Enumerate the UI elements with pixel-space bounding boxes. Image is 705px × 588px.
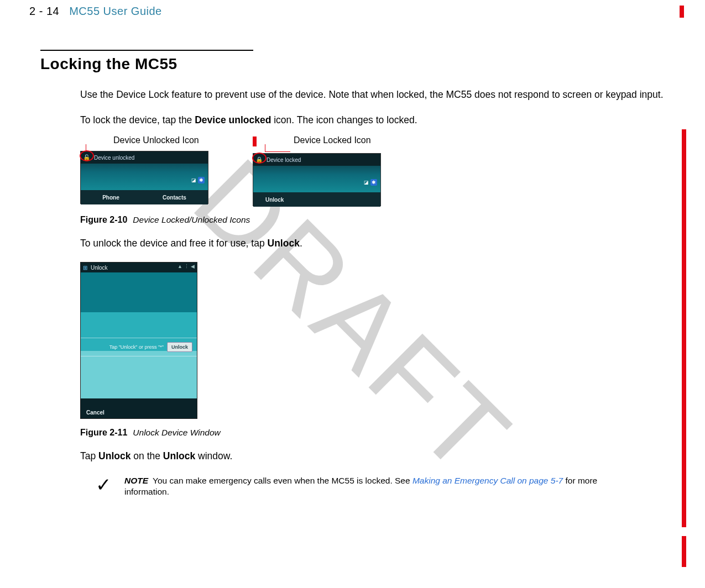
change-bar-icon <box>682 536 686 567</box>
paragraph: To unlock the device and free it for use… <box>80 237 676 250</box>
checkmark-icon: ✓ <box>96 475 111 494</box>
windows-icon: ⊞ <box>83 265 87 271</box>
screenshot-label: Device unlocked <box>94 155 134 161</box>
wifi-icon: ⋮ <box>184 264 189 269</box>
note-block: ✓ NOTEYou can make emergency calls even … <box>96 475 676 498</box>
signal-icon: ▲ <box>177 264 182 269</box>
figure-caption: Figure 2-10Device Locked/Unlocked Icons <box>80 215 676 225</box>
unlock-button: Unlock <box>167 342 192 352</box>
status-icons: ▲ ⋮ ◀ <box>177 264 195 269</box>
figure-row: Device Unlocked Icon 🔓 Device unlocked ◪… <box>80 151 676 206</box>
section-heading-rule: Locking the MC55 <box>40 50 253 73</box>
screenshot-label: Device locked <box>267 157 301 163</box>
screenshot-device-unlocked: 🔓 Device unlocked ◪ ✱ Phone Contacts <box>80 151 208 204</box>
sound-icon: ◀ <box>191 264 195 269</box>
softkey-left: Unlock <box>265 197 284 203</box>
window-title: Unlock <box>91 265 108 271</box>
paragraph: To lock the device, tap the Device unloc… <box>80 114 676 127</box>
paragraph: Use the Device Lock feature to prevent u… <box>80 88 676 102</box>
page-header: 2 - 14 MC55 User Guide <box>0 0 705 22</box>
bluetooth-icon: ✱ <box>198 177 205 183</box>
doc-title: MC55 User Guide <box>69 5 162 18</box>
screenshot-unlock-window: ⊞ Unlock ▲ ⋮ ◀ Tap "Unlock" or press "*"… <box>80 262 197 419</box>
softkey-right: Contacts <box>163 195 186 201</box>
paragraph: Tap Unlock on the Unlock window. <box>80 450 676 463</box>
note-text: NOTEYou can make emergency calls even wh… <box>124 475 611 498</box>
change-bar-icon <box>253 136 257 146</box>
figure-caption: Figure 2-11Unlock Device Window <box>80 428 676 438</box>
unlock-prompt: Tap "Unlock" or press "*" <box>109 344 164 350</box>
status-icons: ◪ ✱ <box>190 177 205 183</box>
softkey-left: Cancel <box>86 410 105 416</box>
softkey-left: Phone <box>102 195 119 201</box>
screenshot-device-locked: 🔒 Device locked ◪ ✱ Unlock <box>253 153 381 206</box>
figure-locked: Device Locked Icon 🔒 Device locked ◪ ✱ U… <box>253 151 381 206</box>
page-number: 2 - 14 <box>29 5 59 18</box>
callout-line-icon <box>265 144 290 152</box>
connection-icon: ◪ <box>190 177 197 183</box>
bluetooth-icon: ✱ <box>370 179 377 186</box>
section-heading: Locking the MC55 <box>40 55 253 73</box>
callout-label: Device Locked Icon <box>294 135 371 145</box>
change-bar-icon <box>680 6 684 18</box>
callout-label: Device Unlocked Icon <box>113 135 199 145</box>
status-icons: ◪ ✱ <box>363 179 377 186</box>
figure-unlocked: Device Unlocked Icon 🔓 Device unlocked ◪… <box>80 151 208 206</box>
connection-icon: ◪ <box>363 179 369 186</box>
cross-reference-link[interactable]: Making an Emergency Call on page 5-7 <box>412 476 563 485</box>
